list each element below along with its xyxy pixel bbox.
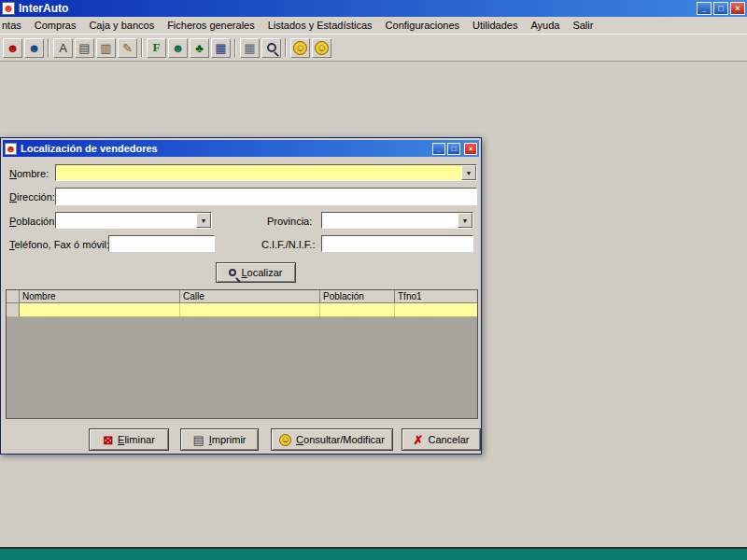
client-area: ☻ Localización de vendedores _ □ × Nombr… [0, 62, 747, 547]
dialog-minimize-button[interactable]: _ [432, 143, 445, 155]
toolbar-separator [234, 38, 236, 57]
results-grid: Nombre Calle Población Tfno1 [6, 289, 478, 419]
grid-header-calle[interactable]: Calle [180, 290, 320, 303]
localizar-button[interactable]: Localizar [216, 262, 296, 283]
smiley-glyph: ☺ [315, 41, 329, 55]
menubar: ntas Compras Caja y bancos Ficheros gene… [0, 17, 747, 35]
app-title: InterAuto [19, 2, 68, 15]
grid-cell-nombre[interactable] [20, 303, 180, 316]
menu-ayuda[interactable]: Ayuda [524, 18, 566, 33]
desktop-strip [0, 549, 747, 560]
menu-compras[interactable]: Compras [28, 18, 83, 33]
grid-row-selected[interactable] [7, 303, 477, 317]
provincia-dropdown-arrow[interactable]: ▼ [458, 213, 472, 228]
app-icon: ☻ [2, 2, 15, 15]
direccion-input[interactable] [56, 189, 476, 204]
screen: ☻ InterAuto _ □ × ntas Compras Caja y ba… [0, 0, 747, 560]
cancel-x-icon: ✗ [414, 434, 424, 446]
consultar-modificar-button[interactable]: ☺ Consultar/Modificar [271, 428, 393, 451]
dialog-close-button[interactable]: × [464, 143, 477, 155]
dialog-controls: _ □ × [432, 143, 477, 155]
localizar-label: Localizar [241, 267, 282, 278]
form-icon[interactable]: ▥ [96, 38, 116, 58]
window-controls: _ □ × [697, 2, 745, 15]
grid-cell-poblacion[interactable] [320, 303, 395, 316]
menu-configuraciones[interactable]: Configuraciones [379, 18, 467, 33]
toolbar-separator [285, 38, 287, 57]
grid-header-selector[interactable] [7, 290, 20, 303]
maximize-button[interactable]: □ [713, 2, 728, 15]
telefono-input[interactable] [109, 236, 214, 251]
eliminar-label: Eliminar [118, 434, 155, 445]
printer-icon[interactable]: ▤ [75, 38, 94, 58]
localizacion-vendedores-dialog: ☻ Localización de vendedores _ □ × Nombr… [0, 137, 482, 455]
calculator-icon[interactable]: ▦ [211, 38, 231, 58]
dialog-body: Nombre: ▼ Dirección: Población: ▼ Provin… [3, 157, 479, 452]
poblacion-combobox[interactable]: ▼ [55, 212, 212, 229]
tree-icon[interactable]: ♣ [190, 38, 209, 58]
poblacion-dropdown-arrow[interactable]: ▼ [196, 213, 211, 228]
grid-cell-selector[interactable] [7, 303, 20, 316]
dialog-maximize-button[interactable]: □ [447, 143, 460, 155]
localizar-search-icon [229, 269, 236, 276]
dialog-titlebar[interactable]: ☻ Localización de vendedores _ □ × [3, 140, 479, 157]
dialog-icon: ☻ [5, 143, 17, 155]
grid-header-row: Nombre Calle Población Tfno1 [7, 290, 477, 303]
menu-caja-y-bancos[interactable]: Caja y bancos [82, 18, 161, 33]
dialog-title: Localización de vendedores [21, 143, 158, 154]
delete-icon: ⊠ [103, 434, 113, 446]
toolbar: ☻ ☻ A ▤ ▥ ✎ F ☻ ♣ ▦ ▦ ☺ ☺ [0, 35, 747, 62]
toolbar-separator [48, 38, 49, 57]
grid-header-poblacion[interactable]: Población [320, 290, 395, 303]
direccion-label: Dirección: [9, 191, 55, 203]
close-button[interactable]: × [730, 2, 745, 15]
smiley-search-icon[interactable]: ☺ [312, 38, 331, 58]
toolbar-separator [141, 38, 143, 57]
app-titlebar[interactable]: ☻ InterAuto _ □ × [0, 0, 747, 17]
poblacion-label: Población: [9, 216, 57, 227]
provincia-input[interactable] [322, 213, 458, 228]
imprimir-label: Imprimir [209, 434, 247, 445]
nombre-input[interactable] [56, 165, 461, 180]
grid-header-nombre[interactable]: Nombre [20, 290, 180, 303]
cif-input[interactable] [322, 236, 472, 251]
search-document-icon[interactable] [261, 38, 281, 58]
provincia-combobox[interactable]: ▼ [321, 212, 473, 229]
cancelar-label: Cancelar [428, 434, 469, 445]
menu-listados-y-estadisticas[interactable]: Listados y Estadísticas [261, 18, 379, 33]
imprimir-button[interactable]: ▤ Imprimir [180, 428, 259, 451]
document-a-icon[interactable]: A [53, 38, 73, 58]
people-icon[interactable]: ☻ [168, 38, 188, 58]
magnifier-icon [267, 43, 276, 52]
minimize-button[interactable]: _ [697, 2, 712, 15]
nombre-dropdown-arrow[interactable]: ▼ [461, 165, 476, 180]
eliminar-button[interactable]: ⊠ Eliminar [89, 428, 169, 451]
f-key-icon[interactable]: F [147, 38, 166, 58]
telefono-label: Teléfono, Fax ó móvil: [9, 239, 109, 250]
menu-utilidades[interactable]: Utilidades [466, 18, 524, 33]
cif-label: C.I.F./N.I.F.: [261, 239, 315, 250]
poblacion-input[interactable] [56, 213, 196, 228]
cif-field[interactable] [321, 235, 473, 252]
direccion-field[interactable] [55, 188, 477, 205]
smiley-icon[interactable]: ☺ [290, 38, 310, 58]
edit-icon[interactable]: ✎ [118, 38, 137, 58]
grid-icon[interactable]: ▦ [240, 38, 260, 58]
nombre-label: Nombre: [9, 168, 49, 179]
vendor-icon[interactable]: ☻ [3, 38, 22, 58]
grid-cell-tfno1[interactable] [395, 303, 477, 316]
grid-cell-calle[interactable] [180, 303, 320, 316]
provincia-label: Provincia: [267, 216, 312, 227]
consultar-modificar-label: Consultar/Modificar [296, 434, 385, 445]
menu-salir[interactable]: Salir [566, 18, 599, 33]
menu-ficheros-generales[interactable]: Ficheros generales [161, 18, 261, 33]
menu-ventas[interactable]: ntas [0, 18, 28, 33]
printer-icon: ▤ [192, 434, 204, 446]
nombre-combobox[interactable]: ▼ [55, 164, 477, 181]
smiley-icon: ☺ [279, 434, 291, 446]
customer-icon[interactable]: ☻ [24, 38, 44, 58]
smiley-glyph: ☺ [293, 41, 307, 55]
cancelar-button[interactable]: ✗ Cancelar [402, 428, 481, 451]
grid-header-tfno1[interactable]: Tfno1 [395, 290, 477, 303]
telefono-field[interactable] [108, 235, 215, 252]
